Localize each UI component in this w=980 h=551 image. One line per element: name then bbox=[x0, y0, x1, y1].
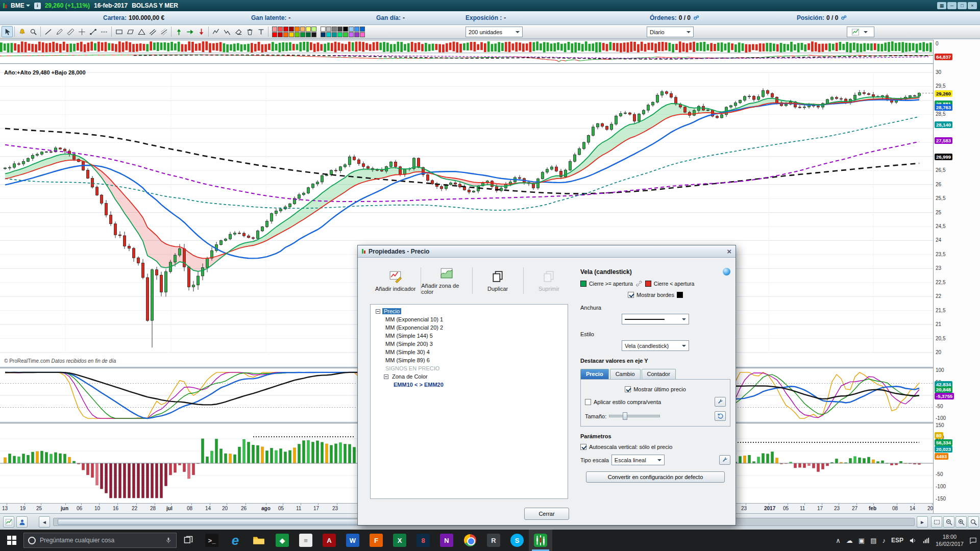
taskbar-excel[interactable]: X bbox=[388, 530, 411, 551]
info-icon[interactable]: i bbox=[34, 3, 41, 9]
fit-chart-button[interactable] bbox=[931, 516, 942, 528]
history-line-strip[interactable] bbox=[0, 54, 933, 64]
palette-swatch[interactable] bbox=[272, 27, 277, 32]
zoom-out-button[interactable] bbox=[943, 516, 954, 528]
taskbar-acrobat[interactable]: A bbox=[317, 530, 341, 551]
tool-alarm[interactable] bbox=[16, 26, 28, 37]
tool-buy-arrow[interactable] bbox=[173, 26, 184, 37]
tree-item-5[interactable]: MM (Simple 30) 4 bbox=[371, 348, 568, 356]
tool-zigzag-up[interactable] bbox=[210, 26, 222, 37]
minimize-button[interactable]: ─ bbox=[947, 2, 957, 9]
tool-delete-all[interactable] bbox=[244, 26, 255, 37]
tool-crosshair[interactable] bbox=[76, 26, 87, 37]
taskbar-word[interactable]: W bbox=[341, 530, 364, 551]
palette-swatch[interactable] bbox=[321, 32, 326, 37]
mic-icon[interactable] bbox=[165, 537, 172, 544]
tool-measure[interactable] bbox=[65, 26, 76, 37]
taskbar-green-app[interactable]: ◆ bbox=[271, 530, 294, 551]
tool-segment[interactable] bbox=[87, 26, 99, 37]
tree-item-7[interactable]: SIGNOS EN PRECIO bbox=[371, 364, 568, 372]
scale-type-dropdown[interactable]: Escala lineal bbox=[611, 455, 665, 465]
cloud-icon[interactable]: ☁ bbox=[846, 537, 853, 544]
size-slider[interactable] bbox=[609, 415, 660, 417]
start-button[interactable] bbox=[0, 530, 23, 551]
tab-cambio[interactable]: Cambio bbox=[610, 369, 641, 379]
scroll-left-button[interactable]: ◄ bbox=[39, 516, 50, 528]
palette-swatch[interactable] bbox=[326, 27, 331, 32]
cortana-search[interactable]: Pregúntame cualquier cosa bbox=[23, 533, 177, 548]
orders-settings-icon[interactable] bbox=[693, 14, 700, 21]
display-icon[interactable]: ▤ bbox=[870, 537, 876, 544]
chart-type-dropdown[interactable] bbox=[847, 27, 874, 37]
volume-mixer-icon[interactable]: ♪ bbox=[882, 537, 886, 544]
dialog-btn-0[interactable]: Añadir indicador bbox=[370, 270, 421, 292]
scale-settings-button[interactable] bbox=[719, 455, 730, 465]
tool-trendline[interactable] bbox=[42, 26, 54, 37]
tool-text-note[interactable] bbox=[255, 26, 266, 37]
palette-swatch[interactable] bbox=[343, 32, 348, 37]
tab-precio[interactable]: Precio bbox=[580, 369, 609, 379]
taskbar-app-r[interactable]: R bbox=[482, 530, 505, 551]
taskbar-prorealtime[interactable] bbox=[529, 530, 552, 551]
units-dropdown[interactable]: 200 unidades bbox=[465, 27, 523, 37]
style-dropdown[interactable]: Vela (candlestick) bbox=[622, 340, 689, 351]
tool-triangle[interactable] bbox=[136, 26, 147, 37]
language-indicator[interactable]: ESP bbox=[891, 537, 903, 544]
tree-expander-icon[interactable] bbox=[384, 374, 388, 379]
palette-swatch[interactable] bbox=[360, 32, 365, 37]
palette-swatch[interactable] bbox=[332, 27, 337, 32]
palette-swatch[interactable] bbox=[354, 32, 359, 37]
palette-swatch[interactable] bbox=[343, 27, 348, 32]
taskbar-edge[interactable]: e bbox=[224, 530, 247, 551]
tree-item-4[interactable]: MM (Simple 200) 3 bbox=[371, 340, 568, 348]
tree-item-0[interactable]: Precio bbox=[371, 307, 568, 315]
tree-expander-icon[interactable] bbox=[376, 309, 380, 314]
palette-swatch[interactable] bbox=[349, 32, 354, 37]
palette-swatch[interactable] bbox=[311, 27, 316, 32]
close-button[interactable]: × bbox=[968, 2, 977, 9]
palette-swatch[interactable] bbox=[283, 32, 288, 37]
dialog-close-icon[interactable]: × bbox=[727, 247, 731, 255]
autoscale-checkbox[interactable] bbox=[580, 444, 586, 450]
security-icon[interactable]: ▣ bbox=[859, 537, 865, 544]
palette-swatch[interactable] bbox=[295, 32, 300, 37]
tree-item-6[interactable]: MM (Simple 89) 6 bbox=[371, 356, 568, 364]
palette-swatch[interactable] bbox=[283, 27, 288, 32]
palette-swatch[interactable] bbox=[278, 27, 283, 32]
taskbar-app-8[interactable]: 8 bbox=[411, 530, 435, 551]
palette-swatch[interactable] bbox=[349, 27, 354, 32]
zoom-select-button[interactable] bbox=[968, 516, 979, 528]
task-view-button[interactable] bbox=[177, 530, 200, 551]
show-borders-checkbox[interactable] bbox=[628, 292, 634, 298]
palette-swatch[interactable] bbox=[337, 27, 342, 32]
palette-swatch[interactable] bbox=[289, 32, 294, 37]
taskbar-firefox[interactable]: F bbox=[364, 530, 388, 551]
history-overview-strip[interactable] bbox=[0, 40, 933, 53]
grid-button[interactable]: ▦ bbox=[937, 2, 946, 9]
palette-swatch[interactable] bbox=[289, 27, 294, 32]
action-center-icon[interactable] bbox=[969, 537, 977, 544]
tool-cursor[interactable] bbox=[2, 26, 13, 37]
apply-trade-style-checkbox[interactable] bbox=[585, 399, 591, 405]
taskbar-console[interactable]: >_ bbox=[200, 530, 224, 551]
speaker-icon[interactable] bbox=[909, 537, 917, 544]
size-reset-button[interactable] bbox=[715, 411, 726, 421]
hidden-icons-chevron[interactable]: ∧ bbox=[836, 537, 841, 544]
zoom-in-button[interactable] bbox=[955, 516, 967, 528]
palette-swatch[interactable] bbox=[278, 32, 283, 37]
up-color-swatch[interactable] bbox=[580, 281, 586, 287]
palette-swatch[interactable] bbox=[311, 32, 316, 37]
palette-swatch[interactable] bbox=[354, 27, 359, 32]
palette-swatch[interactable] bbox=[295, 27, 300, 32]
palette-swatch[interactable] bbox=[326, 32, 331, 37]
timeframe-dropdown[interactable]: Diario bbox=[647, 27, 694, 37]
down-color-swatch[interactable] bbox=[645, 281, 651, 287]
ticker-dropdown[interactable]: BME bbox=[11, 2, 30, 9]
taskbar-file-explorer[interactable] bbox=[247, 530, 271, 551]
palette-swatch[interactable] bbox=[332, 32, 337, 37]
set-default-button[interactable]: Convertir en configuración por defecto bbox=[586, 471, 725, 483]
dialog-btn-2[interactable]: Duplicar bbox=[473, 270, 523, 292]
account-button[interactable] bbox=[16, 516, 28, 528]
tool-parallelogram[interactable] bbox=[125, 26, 136, 37]
tree-item-8[interactable]: Zona de Color bbox=[371, 372, 568, 381]
